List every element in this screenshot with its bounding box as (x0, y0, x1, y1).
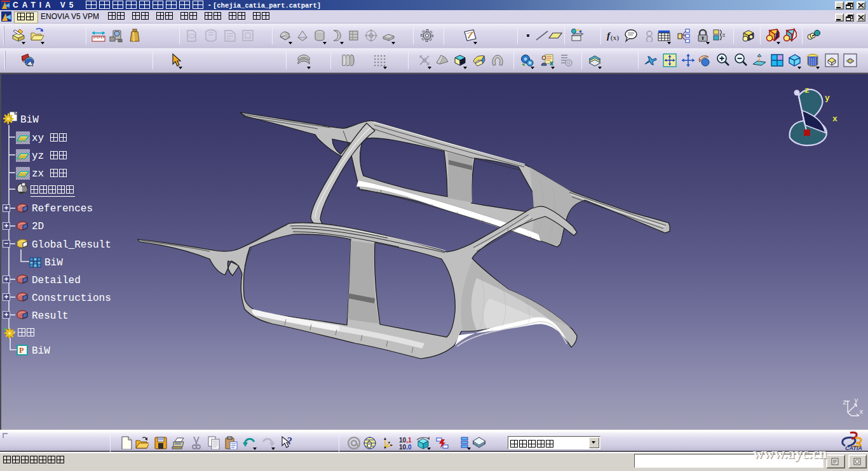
svg-text:z: z (804, 86, 810, 95)
svg-text:x: x (859, 408, 864, 416)
svg-text:CATIA: CATIA (845, 445, 862, 451)
svg-text:z: z (843, 399, 847, 406)
svg-text:10,0: 10,0 (399, 444, 412, 449)
svg-text:?: ? (287, 435, 292, 446)
svg-text:(x): (x) (611, 34, 619, 42)
svg-text:y: y (854, 397, 858, 404)
svg-text:x: x (832, 114, 837, 124)
svg-text:y: y (825, 93, 830, 103)
svg-text:10,1: 10,1 (399, 437, 412, 444)
svg-text:P: P (19, 346, 24, 355)
